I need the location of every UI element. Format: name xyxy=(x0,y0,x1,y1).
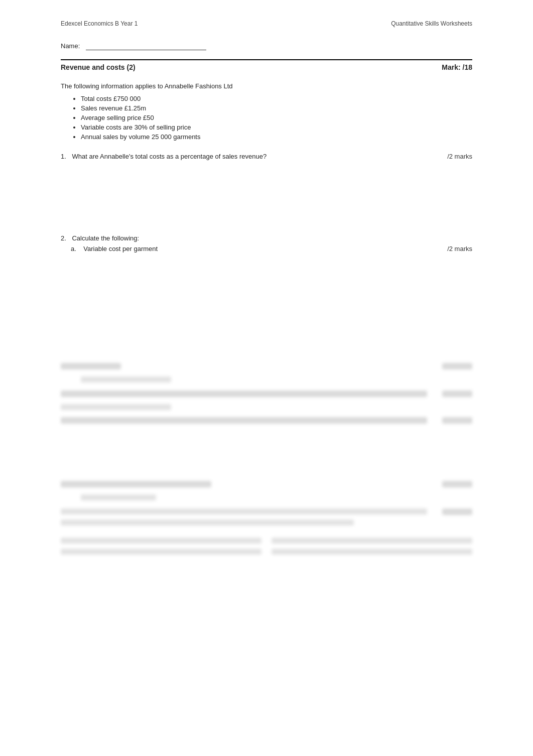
mark-label: Mark: xyxy=(442,63,460,71)
blurred-mark xyxy=(442,509,472,515)
blurred-text xyxy=(61,481,211,487)
blurred-col xyxy=(61,549,261,555)
blurred-sub-text xyxy=(81,494,156,500)
blurred-row-1 xyxy=(61,363,472,369)
blurred-text xyxy=(61,391,427,397)
bullet-list: Total costs £750 000 Sales revenue £1.25… xyxy=(61,95,472,141)
question-2a: a. Variable cost per garment /2 marks xyxy=(61,245,472,253)
mark-section: Mark: /18 xyxy=(442,63,472,71)
list-item: Total costs £750 000 xyxy=(81,95,472,102)
blurred-sub xyxy=(61,376,472,383)
name-underline xyxy=(86,42,206,50)
list-item: Variable costs are 30% of selling price xyxy=(81,123,472,131)
blurred-two-col-2 xyxy=(61,549,472,555)
blurred-row-5 xyxy=(61,509,472,531)
page-header: Edexcel Economics B Year 1 Quantitative … xyxy=(61,20,472,27)
blurred-answer-space xyxy=(61,431,472,471)
blurred-row-3 xyxy=(61,417,472,424)
blurred-header xyxy=(61,404,472,410)
blurred-row-4 xyxy=(61,481,472,487)
question-1-marks: /2 marks xyxy=(447,153,472,160)
question-2-text: Calculate the following: xyxy=(72,234,139,242)
blurred-row-2 xyxy=(61,391,472,397)
answer-space-1 xyxy=(61,164,472,234)
title-row: Revenue and costs (2) Mark: /18 xyxy=(61,59,472,71)
header-left: Edexcel Economics B Year 1 xyxy=(61,20,138,27)
blurred-mark xyxy=(442,391,472,397)
list-item: Average selling price £50 xyxy=(81,114,472,121)
blurred-mark xyxy=(442,481,472,487)
name-label: Name: xyxy=(61,42,80,50)
blurred-long-text xyxy=(61,509,427,531)
blurred-text xyxy=(61,417,427,424)
question-1: 1. What are Annabelle's total costs as a… xyxy=(61,153,472,160)
question-2a-text: Variable cost per garment xyxy=(83,245,158,253)
intro-text: The following information applies to Ann… xyxy=(61,82,472,90)
blurred-text xyxy=(61,363,121,369)
blurred-sub-2 xyxy=(61,494,472,500)
blurred-section xyxy=(61,363,472,555)
blurred-line xyxy=(61,509,427,515)
question-1-number: 1. xyxy=(61,153,66,160)
answer-space-2a xyxy=(61,253,472,353)
question-2: 2. Calculate the following: xyxy=(61,234,472,242)
blurred-mark xyxy=(442,363,472,369)
blurred-header-text xyxy=(61,404,171,410)
blurred-sub-text xyxy=(81,376,171,383)
blurred-content xyxy=(61,363,472,555)
list-item: Sales revenue £1.25m xyxy=(81,104,472,112)
blurred-two-col-1 xyxy=(61,538,472,544)
question-1-text: What are Annabelle's total costs as a pe… xyxy=(72,153,266,160)
blurred-mark xyxy=(442,417,472,424)
list-item: Annual sales by volume 25 000 garments xyxy=(81,133,472,141)
header-right: Quantitative Skills Worksheets xyxy=(391,20,472,27)
question-2a-label: a. xyxy=(71,245,76,253)
question-2a-marks: /2 marks xyxy=(447,245,472,253)
question-2-number: 2. xyxy=(61,234,66,242)
blurred-line xyxy=(61,520,354,526)
mark-value: /18 xyxy=(463,63,472,71)
name-field: Name: xyxy=(61,42,472,50)
worksheet-title: Revenue and costs (2) xyxy=(61,63,136,71)
blurred-col xyxy=(272,538,472,544)
blurred-col xyxy=(61,538,261,544)
blurred-col xyxy=(272,549,472,555)
